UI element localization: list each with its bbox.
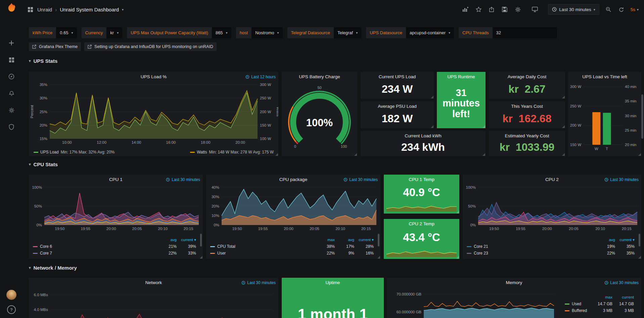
variable-dropdown[interactable]: Nostromo▾ — [251, 27, 282, 38]
dashboards-icon[interactable] — [8, 56, 15, 63]
breadcrumb-folder[interactable]: Unraid — [37, 7, 52, 12]
user-avatar[interactable] — [6, 290, 16, 300]
legend-series[interactable]: User — [210, 251, 315, 256]
time-range-badge[interactable]: Last 30 minutes — [166, 177, 200, 182]
create-icon[interactable] — [8, 40, 15, 46]
row-network-memory[interactable]: ▾ Network / Memory — [29, 265, 77, 271]
legend-scrollbar[interactable] — [639, 234, 640, 246]
legend-series[interactable]: Core 6 — [33, 244, 157, 249]
panel-title[interactable]: UPS Battery Charge — [282, 72, 357, 82]
variable-dropdown[interactable]: Telegraf▾ — [334, 27, 361, 38]
legend-value: 19% — [596, 244, 615, 249]
chevron-down-icon: ▾ — [122, 8, 124, 11]
legend-sort-column[interactable]: avg — [335, 238, 354, 242]
chevron-down-icon: ▾ — [226, 31, 228, 35]
panel-title[interactable]: UPS Load % — [29, 72, 278, 82]
refresh-interval-picker[interactable]: 5s ▾ — [631, 7, 639, 12]
configuration-gear-icon[interactable] — [8, 107, 15, 113]
cpu1-temp-sparkline — [386, 203, 457, 212]
legend-series[interactable]: Core 23 — [467, 251, 596, 256]
legend-series[interactable]: UPS LoadMin: 17% Max: 32% Avg: 20% — [34, 150, 114, 154]
legend-series[interactable]: Used — [565, 302, 591, 306]
panel-network: Network Last 30 minutes 6.0 MBs4.0 MBs2.… — [29, 278, 278, 318]
dashboard-link[interactable]: Setting up Grafana and InfluxDB for UPS … — [84, 42, 217, 51]
svg-text:19:55: 19:55 — [81, 227, 90, 231]
legend-series[interactable]: Buffered — [565, 308, 591, 313]
variable-input[interactable]: 32 — [493, 27, 557, 38]
legend-value: 14.7 GB — [591, 302, 612, 306]
legend-value: 22% — [315, 251, 335, 256]
svg-text:100 W: 100 W — [260, 137, 271, 141]
cpu2-chart[interactable]: 100%50%0%19:5019:5520:0020:0520:1020:15 — [463, 185, 641, 232]
page-scrollbar[interactable] — [641, 94, 643, 139]
panel-current-ups-load: Current UPS Load 234 W — [361, 72, 434, 99]
ups-load-vs-time-chart[interactable]: 300 W250 W200 W150 W40 min35 min30 min25… — [568, 82, 641, 153]
explore-compass-icon[interactable] — [8, 73, 15, 80]
save-icon[interactable] — [501, 5, 509, 13]
row-cpu-stats[interactable]: ▾ CPU Stats — [29, 162, 58, 167]
legend-sort-column[interactable]: avg — [596, 238, 615, 242]
variable-dropdown[interactable]: apcupsd-container▾ — [406, 27, 454, 38]
legend-value: 39% — [177, 244, 196, 249]
legend-color-swatch — [34, 152, 38, 153]
star-icon[interactable] — [474, 5, 482, 13]
legend-series[interactable]: Core 7 — [33, 251, 157, 256]
legend-value: 17% — [335, 244, 354, 249]
grafana-logo-icon[interactable] — [6, 2, 17, 14]
memory-chart[interactable]: 70.000000 GB60.000000 GB50.000000 GB19:5… — [387, 288, 557, 318]
cpu1-chart[interactable]: 100%50%0%19:5019:5520:0020:0520:1020:15 — [29, 185, 203, 232]
share-icon[interactable] — [488, 5, 496, 13]
legend-sort-column[interactable]: max — [315, 238, 335, 242]
svg-text:150 W: 150 W — [260, 123, 271, 127]
network-chart[interactable]: 6.0 MBs4.0 MBs2.0 MBs19:5019:5520:0020:0… — [29, 288, 278, 318]
time-range-badge[interactable]: Last 30 minutes — [604, 280, 639, 285]
alerting-bell-icon[interactable] — [8, 90, 15, 97]
legend-sort-column[interactable]: current — [612, 295, 634, 299]
variable-dropdown[interactable]: 0.65▾ — [56, 27, 77, 38]
time-range-badge[interactable]: Last 30 minutes — [241, 280, 276, 285]
zoom-out-icon[interactable] — [604, 5, 612, 13]
legend-sort-column[interactable]: current ▾ — [177, 237, 196, 242]
refresh-icon[interactable] — [617, 5, 626, 13]
help-icon[interactable]: ? — [7, 305, 16, 314]
legend-scrollbar[interactable] — [378, 234, 379, 246]
svg-text:20:00: 20:00 — [542, 227, 552, 231]
variable-label: kWh Price — [29, 27, 56, 38]
chevron-down-icon: ▾ — [117, 31, 119, 35]
template-variables: kWh Price0.65▾Currencykr▾UPS Max Output … — [29, 27, 557, 38]
stat-value: 43.4 °C — [384, 226, 459, 249]
variable-dropdown[interactable]: 865▾ — [212, 27, 231, 38]
apps-grid-icon[interactable] — [26, 5, 34, 13]
panel-title[interactable]: UPS Load vs Time left — [568, 72, 641, 82]
dashboard-title[interactable]: Unraid System Dashboard — [60, 7, 119, 12]
server-admin-shield-icon[interactable] — [8, 124, 15, 130]
svg-text:Percent: Percent — [30, 105, 34, 118]
cpu-package-chart[interactable]: 40%30%20%10%0%19:5019:5520:0020:0520:102… — [206, 185, 380, 232]
legend-series[interactable]: CPU Total — [210, 244, 315, 249]
add-panel-icon[interactable] — [461, 5, 469, 13]
cycle-view-monitor-icon[interactable] — [531, 5, 539, 13]
legend-series[interactable]: WattsMin: 148 W Max: 278 W Avg: 175 W — [190, 150, 274, 154]
legend-sort-column[interactable]: avg — [157, 238, 177, 242]
panel-title[interactable]: Uptime — [282, 278, 384, 288]
panel-cpu-package: CPU package Last 30 minutes 40%30%20%10%… — [206, 175, 380, 259]
time-range-picker[interactable]: Last 30 minutes ▾ — [548, 4, 599, 15]
legend-scrollbar[interactable] — [200, 234, 202, 246]
panel-title[interactable]: Memory — [387, 278, 641, 288]
legend-sort-column[interactable]: current ▾ — [615, 237, 635, 242]
svg-text:20:05: 20:05 — [310, 227, 319, 231]
settings-gear-icon[interactable] — [514, 5, 522, 13]
legend-sort-column[interactable]: current ▾ — [354, 237, 374, 242]
legend-table: maxcurrentUsed14.7 GB14.7 GBBuffered3 MB… — [561, 294, 639, 314]
legend-series[interactable]: Core 21 — [467, 244, 596, 249]
svg-text:25%: 25% — [40, 110, 47, 114]
time-range-badge[interactable]: Last 30 minutes — [343, 177, 378, 182]
legend-sort-column[interactable]: max — [591, 295, 612, 299]
dashboard-link[interactable]: Grafana Plex Theme — [29, 42, 81, 51]
time-range-badge[interactable]: Last 12 hours — [245, 75, 276, 79]
row-ups-stats[interactable]: ▾ UPS Stats — [29, 58, 57, 64]
time-range-badge[interactable]: Last 30 minutes — [604, 177, 639, 182]
variable-dropdown[interactable]: kr▾ — [106, 27, 122, 38]
ups-load-chart[interactable]: 35%30%25%20%15%300 W250 W200 W150 W100 W… — [29, 82, 278, 147]
panel-title[interactable]: Network — [29, 278, 278, 288]
